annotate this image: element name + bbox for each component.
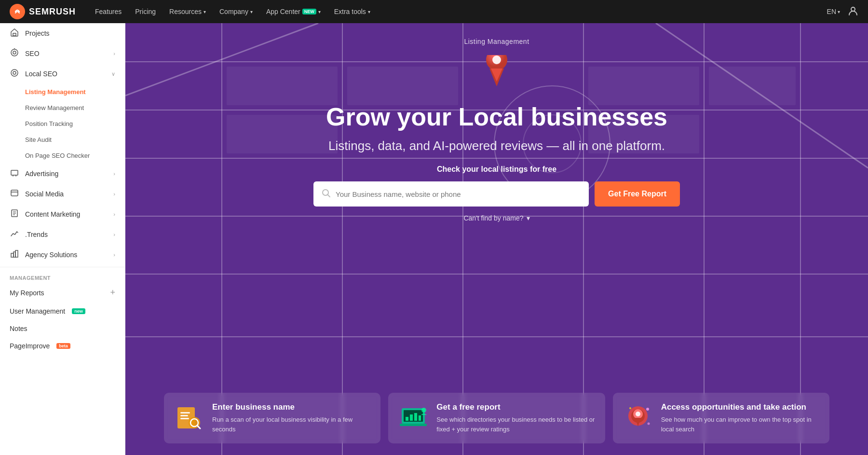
sidebar-item-label: Projects xyxy=(25,29,50,37)
svg-point-67 xyxy=(647,423,650,425)
sidebar-item-local-seo[interactable]: Local SEO ∨ xyxy=(0,64,125,84)
nav-app-center[interactable]: App Center NEW ▾ xyxy=(266,8,321,15)
sidebar-item-social-media[interactable]: Social Media › xyxy=(0,184,125,204)
hero-subtitle: Listings, data, and AI-powered reviews —… xyxy=(328,138,665,153)
new-badge: new xyxy=(72,308,85,314)
search-input[interactable] xyxy=(336,181,581,207)
logo-icon xyxy=(10,4,25,19)
search-input-wrap[interactable] xyxy=(313,181,589,207)
feature-card-1-content: Enter business name Run a scan of your l… xyxy=(212,402,371,434)
svg-point-66 xyxy=(629,407,631,409)
hero-section: Listing Management Grow your Lo xyxy=(125,23,868,222)
chevron-right-icon: › xyxy=(113,252,115,258)
sidebar-item-pageimprove[interactable]: PageImprove beta xyxy=(0,337,125,355)
local-seo-icon xyxy=(10,69,19,79)
svg-line-44 xyxy=(328,194,330,197)
agency-icon xyxy=(10,249,19,260)
logo[interactable]: SEMRUSH xyxy=(10,4,76,19)
sidebar-sub-review-management[interactable]: Review Management xyxy=(0,100,125,116)
svg-rect-46 xyxy=(180,412,190,414)
svg-point-1 xyxy=(851,7,855,11)
nav-company[interactable]: Company ▾ xyxy=(219,8,253,15)
svg-rect-8 xyxy=(11,170,18,175)
nav-extra-tools[interactable]: Extra tools ▾ xyxy=(334,8,370,15)
sidebar-item-trends[interactable]: .Trends › xyxy=(0,224,125,245)
plus-icon[interactable]: + xyxy=(110,288,115,298)
sidebar-item-content-marketing[interactable]: Content Marketing › xyxy=(0,204,125,224)
svg-rect-9 xyxy=(11,190,18,196)
chevron-right-icon: › xyxy=(113,191,115,197)
svg-rect-48 xyxy=(180,418,189,419)
sidebar-item-label: Social Media xyxy=(25,190,64,198)
sidebar-item-label: SEO xyxy=(25,50,40,57)
sidebar-item-agency-solutions[interactable]: Agency Solutions › xyxy=(0,245,125,265)
chevron-right-icon: › xyxy=(113,171,115,177)
sidebar-item-my-reports[interactable]: My Reports + xyxy=(0,283,125,303)
chevron-right-icon: › xyxy=(113,51,115,56)
logo-text: SEMRUSH xyxy=(29,7,76,17)
feature-card-3-title: Access opportunities and take action xyxy=(661,402,820,412)
language-selector[interactable]: EN ▾ xyxy=(827,8,840,15)
sidebar-item-seo[interactable]: SEO › xyxy=(0,43,125,64)
svg-point-3 xyxy=(11,49,18,56)
sidebar: Projects SEO › Local SEO xyxy=(0,23,125,455)
feature-card-3-content: Access opportunities and take action See… xyxy=(661,402,820,434)
sidebar-item-label: Advertising xyxy=(25,170,58,178)
sidebar-sub-position-tracking[interactable]: Position Tracking xyxy=(0,116,125,132)
svg-rect-55 xyxy=(410,414,413,421)
feature-icon-enter-business xyxy=(174,402,204,433)
svg-point-7 xyxy=(13,71,16,74)
chevron-right-icon: › xyxy=(113,232,115,237)
svg-rect-58 xyxy=(400,424,427,426)
feature-card-enter-business: Enter business name Run a scan of your l… xyxy=(164,393,380,443)
svg-rect-2 xyxy=(13,33,16,36)
sidebar-item-projects[interactable]: Projects xyxy=(0,23,125,43)
nav-right-area: EN ▾ xyxy=(827,5,858,18)
feature-card-3-desc: See how much you can improve to own the … xyxy=(661,415,820,434)
feature-icon-access-opportunities xyxy=(623,402,653,433)
svg-point-40 xyxy=(492,55,501,64)
sidebar-item-label: .Trends xyxy=(25,231,48,238)
feature-cards: Enter business name Run a scan of your l… xyxy=(125,393,868,455)
svg-rect-57 xyxy=(419,415,421,421)
map-pin xyxy=(482,55,511,96)
svg-point-65 xyxy=(646,408,649,411)
feature-icon-get-report xyxy=(398,402,429,433)
sidebar-sub-listing-management[interactable]: Listing Management xyxy=(0,84,125,100)
get-report-button[interactable]: Get Free Report xyxy=(595,181,680,207)
seo-icon xyxy=(10,48,19,59)
new-badge: NEW xyxy=(302,9,316,14)
hero-title: Grow your Local businesses xyxy=(326,103,667,131)
hero-label: Listing Management xyxy=(464,38,529,45)
sidebar-sub-site-audit[interactable]: Site Audit xyxy=(0,132,125,148)
user-menu[interactable] xyxy=(848,5,858,18)
feature-card-get-report: Get a free report See which directories … xyxy=(388,393,605,443)
svg-point-63 xyxy=(636,412,640,416)
svg-point-59 xyxy=(421,408,426,413)
nav-pricing[interactable]: Pricing xyxy=(135,8,156,15)
svg-rect-47 xyxy=(180,415,188,416)
sidebar-item-user-management[interactable]: User Management new xyxy=(0,303,125,320)
chevron-right-icon: › xyxy=(113,211,115,217)
feature-card-access-opportunities: Access opportunities and take action See… xyxy=(613,393,829,443)
svg-rect-56 xyxy=(414,413,417,421)
trends-icon xyxy=(10,229,19,240)
svg-line-51 xyxy=(197,426,200,428)
beta-badge: beta xyxy=(56,343,70,349)
social-media-icon xyxy=(10,189,19,199)
advertising-icon xyxy=(10,168,19,179)
svg-rect-16 xyxy=(15,250,18,257)
main-layout: Projects SEO › Local SEO xyxy=(0,23,868,455)
sidebar-sub-on-page-seo[interactable]: On Page SEO Checker xyxy=(0,148,125,164)
feature-card-1-desc: Run a scan of your local business visibi… xyxy=(212,415,371,434)
sidebar-item-advertising[interactable]: Advertising › xyxy=(0,164,125,184)
chevron-down-icon: ▾ xyxy=(203,9,206,14)
cant-find-link[interactable]: Can't find by name? ▾ xyxy=(463,214,529,222)
nav-features[interactable]: Features xyxy=(95,8,122,15)
chevron-down-icon: ▾ xyxy=(838,9,840,14)
chevron-down-icon: ▾ xyxy=(250,9,253,14)
feature-card-2-title: Get a free report xyxy=(436,402,595,412)
nav-resources[interactable]: Resources ▾ xyxy=(169,8,206,15)
sidebar-item-label: Agency Solutions xyxy=(25,251,77,259)
sidebar-item-notes[interactable]: Notes xyxy=(0,320,125,337)
